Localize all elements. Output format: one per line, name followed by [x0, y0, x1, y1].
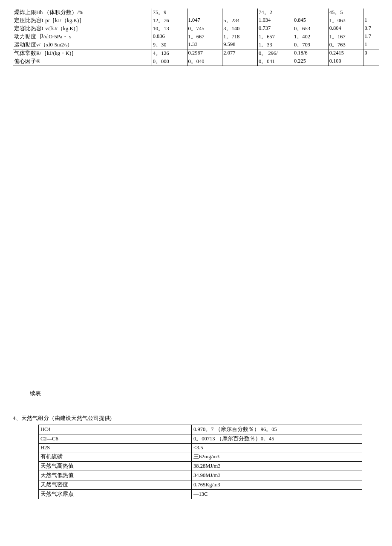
cell: 1.7 [363, 33, 379, 41]
row-label: 爆炸上限Hh （体积分数）/% [13, 9, 152, 17]
table-row: C2—C6 0。00713 （摩尔百分数％）0。45 [39, 434, 362, 444]
cell: 0.7 [363, 25, 379, 33]
cell: 1 [363, 41, 379, 49]
cell: 0。040 [187, 57, 222, 66]
table-row: 定压比热容Cp/［kJ/（kg.K)］ 12。76 1.047 5。234 1.… [13, 17, 379, 25]
cell: 0。000 [152, 57, 187, 66]
cell [222, 57, 258, 66]
gas-key: H2S [39, 444, 192, 452]
gas-key: 有机硫磺 [39, 452, 192, 462]
cell: 3。140 [222, 25, 258, 33]
gas-key: C2—C6 [39, 434, 192, 444]
cell: 9。30 [152, 41, 187, 49]
cell: 1 [363, 17, 379, 25]
row-label: 偏心因子® [13, 57, 152, 66]
cell: 0。763 [328, 41, 363, 49]
gas-value: 34.90MJ/m3 [192, 471, 362, 480]
gas-value: 0.970。7 （摩尔百分数％） 96。05 [192, 425, 362, 434]
cell: 2.077 [222, 49, 258, 57]
cell [363, 9, 379, 17]
cell: 0.2967 [187, 49, 222, 57]
row-label: 定压比热容Cp/［kJ/（kg.K)］ [13, 17, 152, 25]
cell: 1.047 [187, 17, 222, 25]
table-row: 有机硫磺 三62mg/m3 [39, 452, 362, 462]
properties-table: 爆炸上限Hh （体积分数）/% 75。9 74。2 45。5 定压比热容Cp/［… [13, 9, 379, 66]
gas-value: 三62mg/m3 [192, 452, 362, 462]
cell: 0。709 [293, 41, 328, 49]
row-label: 气体常数R/［kJ/(kg・K)］ [13, 49, 152, 57]
cell: 45。5 [328, 9, 363, 17]
gas-value: <3.5 [192, 444, 362, 452]
table-row: 偏心因子® 0。000 0。040 0。041 0.225 0.100 [13, 57, 379, 66]
table-row: 爆炸上限Hh （体积分数）/% 75。9 74。2 45。5 [13, 9, 379, 17]
cell: 10。13 [152, 25, 187, 33]
cell [293, 9, 328, 17]
table-row: 定容比热容Cv/[kJ/（kg.K)］ 10。13 0。745 3。140 0.… [13, 25, 379, 33]
gas-value: 0.765Kg/m3 [192, 480, 362, 490]
cell: 0.225 [293, 57, 328, 66]
gas-key: HC4 [39, 425, 192, 434]
cell: 12。76 [152, 17, 187, 25]
cell: 0.836 [152, 33, 187, 41]
gas-value: 0。00713 （摩尔百分数％）0。45 [192, 434, 362, 444]
table-row: 天然气水露点 —13C [39, 490, 362, 499]
cell: 1。657 [258, 33, 293, 41]
cell: 0.804 [328, 25, 363, 33]
cell: 1。718 [222, 33, 258, 41]
gas-value: —13C [192, 490, 362, 499]
row-label: 定容比热容Cv/[kJ/（kg.K)］ [13, 25, 152, 33]
cell: 1。33 [258, 41, 293, 49]
gas-key: 天然气高热值 [39, 462, 192, 471]
table-row: 天然气密度 0.765Kg/m3 [39, 480, 362, 490]
cell: 0。653 [293, 25, 328, 33]
cell: 1.034 [258, 17, 293, 25]
cell [222, 9, 258, 17]
cell: 0 [363, 49, 379, 57]
cell: 0。041 [258, 57, 293, 66]
cell [187, 9, 222, 17]
cell: 0.2415 [328, 49, 363, 57]
cell: 0.845 [293, 17, 328, 25]
section-4-heading: 4、天然气组分（由建设天然气公司提供) [13, 414, 379, 422]
cell: 0。 296/ [258, 49, 293, 57]
cell: 74。2 [258, 9, 293, 17]
cell: 9.598 [222, 41, 258, 49]
gas-key: 天然气水露点 [39, 490, 192, 499]
table-row: 动力黏度 卩/xlO-5Pa・ s 0.836 1。667 1。718 1。65… [13, 33, 379, 41]
continuation-label: 续表 [30, 390, 379, 397]
cell: 1.33 [187, 41, 222, 49]
cell: 75。9 [152, 9, 187, 17]
cell: 0。745 [187, 25, 222, 33]
cell: 0.737 [258, 25, 293, 33]
table-row: 运动黏度v/（xl0-5m2/s) 9。30 1.33 9.598 1。33 0… [13, 41, 379, 49]
table-row: 气体常数R/［kJ/(kg・K)］ 4。126 0.2967 2.077 0。 … [13, 49, 379, 57]
cell [363, 57, 379, 66]
table-row: HC4 0.970。7 （摩尔百分数％） 96。05 [39, 425, 362, 434]
table-row: 天然气低热值 34.90MJ/m3 [39, 471, 362, 480]
cell: 0.18/6 [293, 49, 328, 57]
table-row: 天然气高热值 38.28MJ/m3 [39, 462, 362, 471]
cell: 5。234 [222, 17, 258, 25]
cell: 1。402 [293, 33, 328, 41]
table-row: H2S <3.5 [39, 444, 362, 452]
natural-gas-composition-table: HC4 0.970。7 （摩尔百分数％） 96。05 C2—C6 0。00713… [38, 425, 362, 499]
cell: 1。167 [328, 33, 363, 41]
cell: 1。667 [187, 33, 222, 41]
gas-key: 天然气低热值 [39, 471, 192, 480]
gas-value: 38.28MJ/m3 [192, 462, 362, 471]
gas-key: 天然气密度 [39, 480, 192, 490]
row-label: 动力黏度 卩/xlO-5Pa・ s [13, 33, 152, 41]
cell: 1。063 [328, 17, 363, 25]
cell: 4。126 [152, 49, 187, 57]
row-label: 运动黏度v/（xl0-5m2/s) [13, 41, 152, 49]
cell: 0.100 [328, 57, 363, 66]
